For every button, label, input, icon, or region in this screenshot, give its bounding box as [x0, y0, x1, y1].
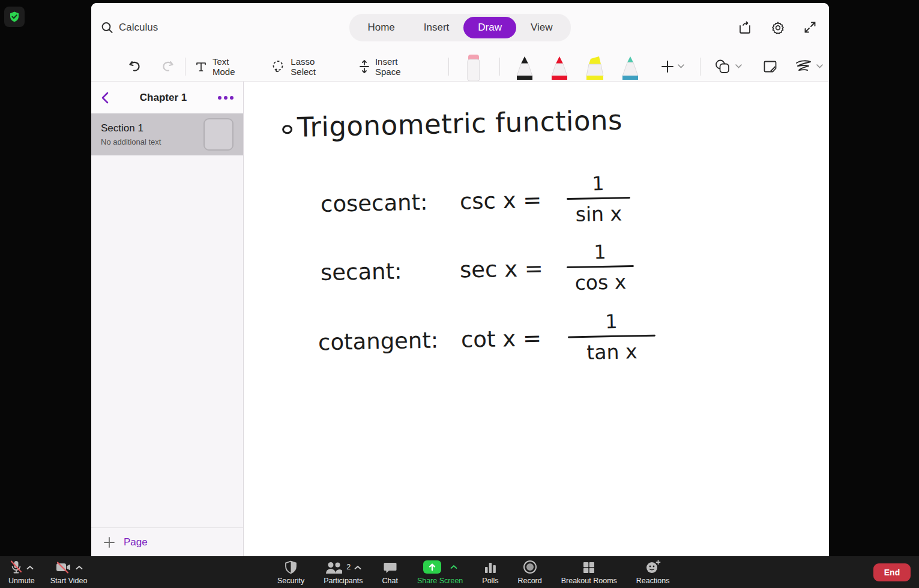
pen-black-icon [514, 56, 535, 81]
pen-black-tool[interactable] [514, 56, 535, 81]
chevron-up-icon[interactable] [450, 565, 457, 569]
search-value: Calculus [119, 22, 158, 34]
chat-label: Chat [382, 577, 397, 585]
share-screen-icon [423, 560, 442, 574]
undo-icon[interactable] [127, 59, 143, 74]
chevron-up-icon[interactable] [76, 565, 83, 570]
sticky-note-icon [762, 59, 778, 74]
participants-button[interactable]: 2 Participants [324, 560, 363, 585]
page-item-title: Section 1 [101, 122, 161, 134]
page-thumbnail[interactable] [203, 118, 234, 151]
fraction: 1 sin x [566, 173, 631, 224]
breakout-rooms-button[interactable]: Breakout Rooms [561, 560, 617, 585]
tab-home[interactable]: Home [353, 17, 409, 38]
handwritten-title: Trigonometric functions [282, 104, 622, 144]
record-button[interactable]: Record [517, 560, 541, 585]
record-label: Record [517, 577, 541, 585]
sticky-note-button[interactable] [762, 59, 778, 74]
zoom-security-badge[interactable] [4, 7, 25, 27]
tab-view[interactable]: View [516, 17, 567, 38]
camera-muted-icon [55, 561, 72, 574]
polls-icon [484, 561, 497, 574]
text-mode-button[interactable]: Text Mode [195, 56, 253, 77]
formula-row-secant: secant: sec x = 1 cos x [320, 242, 634, 298]
ribbon-tabs: Home Insert Draw View [349, 14, 570, 41]
start-video-button[interactable]: Start Video [50, 560, 88, 585]
polls-label: Polls [482, 577, 498, 585]
back-button[interactable] [101, 92, 109, 104]
reactions-label: Reactions [636, 577, 670, 585]
search-field[interactable]: Calculus [101, 21, 158, 34]
end-meeting-button[interactable]: End [873, 563, 911, 581]
navbar-actions [738, 20, 817, 35]
text-mode-icon [195, 61, 207, 73]
formula-lhs: csc x = [460, 187, 564, 214]
fraction: 1 tan x [567, 311, 656, 363]
reactions-button[interactable]: Reactions [636, 560, 670, 585]
ink-style-button[interactable] [795, 59, 823, 74]
onenote-window: Calculus Home Insert Draw View [91, 3, 829, 556]
pen-teal-tool[interactable] [619, 56, 641, 81]
shield-check-icon [8, 11, 20, 23]
lasso-icon [271, 59, 285, 74]
lasso-select-label: Lasso Select [291, 56, 341, 77]
participants-icon [325, 561, 343, 574]
page-list-item-selected[interactable]: Section 1 No additional text [91, 113, 243, 155]
pen-teal-icon [619, 56, 641, 81]
start-video-label: Start Video [50, 577, 88, 585]
tab-draw[interactable]: Draw [463, 17, 516, 38]
eraser-tool[interactable] [463, 53, 484, 81]
expand-icon[interactable] [803, 20, 817, 34]
page-list-empty-area [91, 155, 243, 527]
more-options-button[interactable] [218, 96, 234, 100]
shapes-button[interactable] [714, 59, 742, 74]
highlighter-yellow-icon [583, 56, 606, 81]
share-screen-button[interactable]: Share Screen [417, 560, 463, 585]
fraction-denominator: tan x [585, 337, 639, 362]
tab-insert[interactable]: Insert [409, 17, 464, 38]
pen-red-icon [549, 56, 570, 81]
polls-button[interactable]: Polls [482, 560, 498, 585]
search-icon [101, 21, 113, 34]
notebook-title: Chapter 1 [109, 92, 218, 104]
formula-label: secant: [321, 257, 460, 286]
chat-icon [383, 561, 397, 574]
plus-icon [661, 60, 674, 73]
fraction-denominator: cos x [573, 267, 627, 293]
ribbon-divider [700, 58, 701, 76]
note-canvas[interactable]: Trigonometric functions cosecant: csc x … [244, 82, 829, 556]
zoom-toolbar: Unmute Start Video [0, 556, 919, 588]
unmute-button[interactable]: Unmute [8, 560, 35, 585]
bullet-circle [282, 125, 292, 134]
page-item-subtitle: No additional text [101, 137, 161, 146]
pen-red-tool[interactable] [549, 56, 570, 81]
formula-lhs: sec x = [460, 255, 564, 283]
fraction-denominator: sin x [574, 199, 623, 224]
shapes-icon [714, 59, 732, 74]
chevron-up-icon[interactable] [26, 565, 34, 570]
ribbon-divider [499, 58, 500, 76]
fraction-numerator: 1 [589, 174, 607, 198]
shield-icon [285, 560, 297, 574]
mic-muted-icon [10, 560, 23, 574]
zoom-toolbar-center: Security 2 Participants [277, 560, 669, 585]
unmute-label: Unmute [8, 577, 35, 585]
insert-space-icon [359, 59, 370, 74]
insert-space-button[interactable]: Insert Space [359, 56, 424, 77]
text-mode-label: Text Mode [212, 56, 253, 77]
chevron-down-icon [735, 64, 742, 68]
share-icon[interactable] [738, 20, 753, 35]
security-button[interactable]: Security [277, 560, 304, 585]
add-pen-button[interactable] [661, 60, 684, 73]
redo-icon[interactable] [160, 59, 175, 74]
gear-icon[interactable] [771, 20, 785, 35]
lasso-select-button[interactable]: Lasso Select [271, 56, 341, 77]
add-page-button[interactable]: Page [91, 527, 243, 556]
highlighter-yellow-tool[interactable] [583, 56, 606, 81]
chat-button[interactable]: Chat [382, 560, 397, 585]
draw-ribbon: Text Mode Lasso Select Insert Space [91, 52, 829, 82]
chevron-up-icon[interactable] [354, 565, 361, 570]
page-item-text: Section 1 No additional text [101, 122, 161, 146]
add-page-label: Page [124, 536, 148, 548]
fraction: 1 cos x [566, 242, 634, 293]
